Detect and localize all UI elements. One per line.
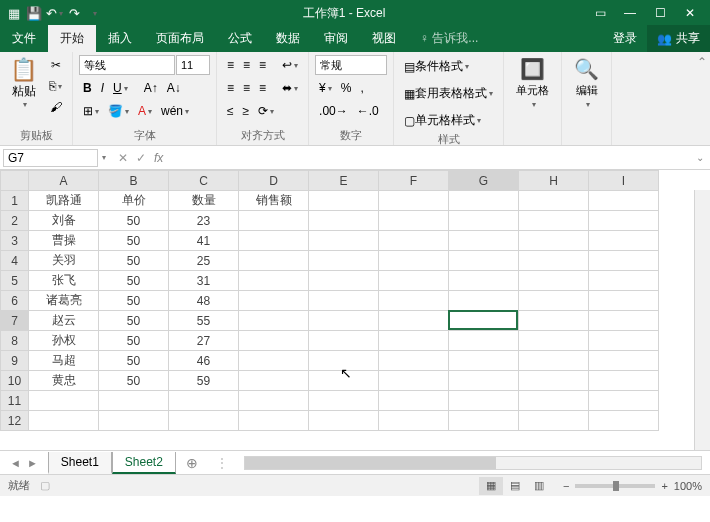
- col-header-G[interactable]: G: [449, 171, 519, 191]
- cell-A11[interactable]: [29, 391, 99, 411]
- cell-G8[interactable]: [449, 331, 519, 351]
- cell-H9[interactable]: [519, 351, 589, 371]
- cell-H5[interactable]: [519, 271, 589, 291]
- tab-insert[interactable]: 插入: [96, 25, 144, 52]
- cell-E3[interactable]: [309, 231, 379, 251]
- row-header-9[interactable]: 9: [1, 351, 29, 371]
- cell-G10[interactable]: [449, 371, 519, 391]
- comma-button[interactable]: ,: [356, 78, 367, 98]
- cell-C8[interactable]: 27: [169, 331, 239, 351]
- row-header-5[interactable]: 5: [1, 271, 29, 291]
- paste-button[interactable]: 📋 粘贴 ▾: [6, 55, 41, 111]
- merge-button[interactable]: ⬌▾: [278, 78, 302, 98]
- cell-I5[interactable]: [589, 271, 659, 291]
- cell-G9[interactable]: [449, 351, 519, 371]
- undo-icon[interactable]: ↶▾: [46, 5, 62, 21]
- cell-F9[interactable]: [379, 351, 449, 371]
- cell-A6[interactable]: 诸葛亮: [29, 291, 99, 311]
- align-bottom-button[interactable]: ≡: [255, 55, 270, 75]
- cell-G12[interactable]: [449, 411, 519, 431]
- cell-E1[interactable]: [309, 191, 379, 211]
- row-header-3[interactable]: 3: [1, 231, 29, 251]
- row-header-1[interactable]: 1: [1, 191, 29, 211]
- row-header-12[interactable]: 12: [1, 411, 29, 431]
- wrap-text-button[interactable]: ↩▾: [278, 55, 302, 75]
- cell-E7[interactable]: [309, 311, 379, 331]
- cell-B12[interactable]: [99, 411, 169, 431]
- cell-F10[interactable]: [379, 371, 449, 391]
- cell-C1[interactable]: 数量: [169, 191, 239, 211]
- phonetic-button[interactable]: wén▾: [157, 101, 193, 121]
- align-top-button[interactable]: ≡: [223, 55, 238, 75]
- cell-D1[interactable]: 销售额: [239, 191, 309, 211]
- bold-button[interactable]: B: [79, 78, 96, 98]
- cell-D11[interactable]: [239, 391, 309, 411]
- view-pagelayout-button[interactable]: ▤: [503, 477, 527, 495]
- cell-C10[interactable]: 59: [169, 371, 239, 391]
- cell-D7[interactable]: [239, 311, 309, 331]
- view-normal-button[interactable]: ▦: [479, 477, 503, 495]
- cell-C3[interactable]: 41: [169, 231, 239, 251]
- cell-D4[interactable]: [239, 251, 309, 271]
- cell-B1[interactable]: 单价: [99, 191, 169, 211]
- cell-I4[interactable]: [589, 251, 659, 271]
- cells-button[interactable]: 🔲 单元格 ▾: [510, 55, 555, 111]
- cell-F8[interactable]: [379, 331, 449, 351]
- percent-button[interactable]: %: [337, 78, 356, 98]
- cell-B2[interactable]: 50: [99, 211, 169, 231]
- cell-E5[interactable]: [309, 271, 379, 291]
- cell-D5[interactable]: [239, 271, 309, 291]
- select-all-corner[interactable]: [1, 171, 29, 191]
- cell-E9[interactable]: [309, 351, 379, 371]
- cell-I6[interactable]: [589, 291, 659, 311]
- cell-A9[interactable]: 马超: [29, 351, 99, 371]
- decrease-decimal-button[interactable]: ←.0: [353, 101, 383, 121]
- format-painter-button[interactable]: 🖌: [45, 97, 66, 117]
- cell-D8[interactable]: [239, 331, 309, 351]
- name-box-dropdown[interactable]: ▾: [98, 153, 110, 162]
- tab-review[interactable]: 审阅: [312, 25, 360, 52]
- add-sheet-button[interactable]: ⊕: [176, 455, 208, 471]
- cell-F6[interactable]: [379, 291, 449, 311]
- cell-E12[interactable]: [309, 411, 379, 431]
- decrease-indent-button[interactable]: ≤: [223, 101, 238, 121]
- worksheet-grid[interactable]: ABCDEFGHI1凯路通单价数量销售额2刘备50233曹操50414关羽502…: [0, 170, 710, 450]
- tell-me[interactable]: ♀ 告诉我...: [408, 25, 490, 52]
- italic-button[interactable]: I: [97, 78, 108, 98]
- cell-H10[interactable]: [519, 371, 589, 391]
- tab-home[interactable]: 开始: [48, 25, 96, 52]
- cell-F11[interactable]: [379, 391, 449, 411]
- cell-I11[interactable]: [589, 391, 659, 411]
- cell-G5[interactable]: [449, 271, 519, 291]
- cell-F12[interactable]: [379, 411, 449, 431]
- cell-C6[interactable]: 48: [169, 291, 239, 311]
- sheet-nav-next[interactable]: ►: [27, 457, 38, 469]
- cell-I3[interactable]: [589, 231, 659, 251]
- cell-I10[interactable]: [589, 371, 659, 391]
- cell-A2[interactable]: 刘备: [29, 211, 99, 231]
- cell-B9[interactable]: 50: [99, 351, 169, 371]
- accounting-button[interactable]: ¥▾: [315, 78, 336, 98]
- cell-I2[interactable]: [589, 211, 659, 231]
- cell-B8[interactable]: 50: [99, 331, 169, 351]
- cell-G1[interactable]: [449, 191, 519, 211]
- cell-B10[interactable]: 50: [99, 371, 169, 391]
- cell-A10[interactable]: 黄忠: [29, 371, 99, 391]
- redo-icon[interactable]: ↷: [66, 5, 82, 21]
- cell-D2[interactable]: [239, 211, 309, 231]
- cell-D10[interactable]: [239, 371, 309, 391]
- underline-button[interactable]: U▾: [109, 78, 132, 98]
- row-header-10[interactable]: 10: [1, 371, 29, 391]
- cell-E10[interactable]: [309, 371, 379, 391]
- cell-styles-button[interactable]: ▢ 单元格样式▾: [400, 109, 485, 132]
- tab-file[interactable]: 文件: [0, 25, 48, 52]
- sheet-tab-sheet1[interactable]: Sheet1: [48, 452, 112, 474]
- zoom-slider[interactable]: [575, 484, 655, 488]
- cell-C11[interactable]: [169, 391, 239, 411]
- col-header-A[interactable]: A: [29, 171, 99, 191]
- col-header-B[interactable]: B: [99, 171, 169, 191]
- row-header-7[interactable]: 7: [1, 311, 29, 331]
- minimize-button[interactable]: —: [616, 3, 644, 23]
- cell-E4[interactable]: [309, 251, 379, 271]
- fx-icon[interactable]: fx: [154, 151, 169, 165]
